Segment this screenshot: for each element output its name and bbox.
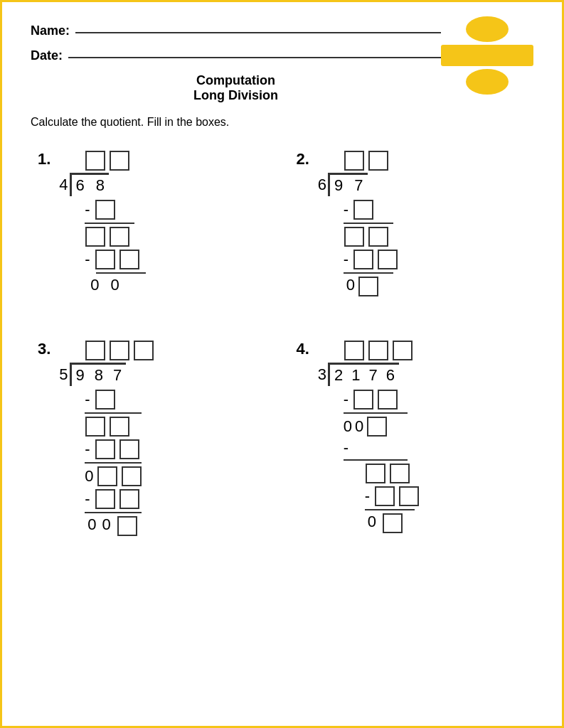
- zero1: 0: [90, 276, 99, 294]
- date-label: Date:: [31, 48, 63, 63]
- zero2: 0: [111, 276, 119, 294]
- p4-bd-b1[interactable]: [367, 417, 387, 437]
- q1-box1[interactable]: [85, 151, 105, 171]
- p4-s1-b1[interactable]: [353, 390, 373, 410]
- prob-4-dividend: 2 1 7 6: [328, 363, 399, 386]
- p3-final-b1[interactable]: [117, 516, 137, 536]
- p2-s1-box1[interactable]: [353, 200, 373, 220]
- prob-4-divisor: 3: [318, 365, 326, 384]
- q4-box3[interactable]: [393, 341, 413, 360]
- prob-1-steps: - -: [85, 199, 146, 294]
- name-underline: [75, 32, 441, 33]
- problem-3: 3. 5 9 8 7: [31, 333, 275, 544]
- date-line: Date:: [31, 48, 441, 63]
- worksheet-page: Name: Date: Computation Long Division Ca…: [0, 0, 564, 728]
- problems-grid: 1. 4 6 8: [31, 143, 533, 544]
- title-block: Computation Long Division: [31, 73, 441, 103]
- r1-box1[interactable]: [85, 227, 105, 247]
- p2-zero: 0: [346, 276, 355, 297]
- p3-s1-b1[interactable]: [95, 390, 115, 410]
- s1-box1[interactable]: [95, 200, 115, 220]
- header-row: Name: Date: Computation Long Division: [31, 23, 533, 103]
- q3-box1[interactable]: [85, 341, 105, 360]
- prob-4-steps: - 0 0 -: [344, 389, 420, 534]
- div-circle-top: [466, 16, 509, 42]
- p3-bd-b2[interactable]: [122, 466, 142, 486]
- prob-2-work: 6 9 7 -: [318, 150, 398, 297]
- q4-box1[interactable]: [344, 341, 364, 360]
- p2-r1-box1[interactable]: [344, 227, 364, 247]
- p4-r2-b1[interactable]: [366, 464, 385, 483]
- s2-box2[interactable]: [119, 250, 139, 269]
- problem-4: 4. 3 2 1 7 6: [289, 333, 534, 544]
- instructions: Calculate the quotient. Fill in the boxe…: [31, 116, 533, 129]
- prob-1-dividend: 6 8: [70, 173, 110, 196]
- prob-2-divisor: 6: [318, 176, 326, 194]
- p2-s2-box2[interactable]: [378, 250, 398, 269]
- div-circle-bottom: [466, 69, 509, 95]
- problem-1: 1. 4 6 8: [31, 143, 275, 304]
- prob-3-dividend: 9 8 7: [70, 363, 127, 386]
- p4-s1-b2[interactable]: [378, 390, 398, 410]
- p3-s2-b2[interactable]: [119, 439, 139, 459]
- name-line: Name:: [31, 23, 441, 38]
- prob-1-work: 4 6 8 -: [59, 150, 146, 294]
- q3-box2[interactable]: [110, 341, 129, 360]
- q4-box2[interactable]: [368, 341, 388, 360]
- s2-box1[interactable]: [95, 250, 115, 269]
- p3-r1-b2[interactable]: [110, 417, 129, 437]
- q2-box2[interactable]: [368, 151, 388, 171]
- r1-box2[interactable]: [110, 227, 129, 247]
- q3-box3[interactable]: [134, 341, 154, 360]
- prob-2-dividend: 9 7: [328, 173, 368, 196]
- p3-r1-b1[interactable]: [85, 417, 105, 437]
- header-left: Name: Date: Computation Long Division: [31, 23, 441, 103]
- p4-final-b1[interactable]: [383, 513, 403, 533]
- p3-s3-b1[interactable]: [95, 489, 115, 509]
- q2-box1[interactable]: [344, 151, 364, 171]
- q1-box2[interactable]: [110, 151, 129, 171]
- p2-s2-box1[interactable]: [353, 250, 373, 269]
- p3-s2-b1[interactable]: [95, 439, 115, 459]
- prob-1-divisor: 4: [59, 176, 68, 194]
- prob-4-number: 4.: [297, 340, 309, 358]
- p4-r2-b2[interactable]: [390, 464, 410, 483]
- page-title: Computation: [31, 73, 441, 88]
- prob-2-number: 2.: [297, 150, 309, 168]
- p4-s3-b2[interactable]: [399, 486, 419, 506]
- p2-last-box[interactable]: [358, 277, 378, 296]
- p3-s3-b2[interactable]: [119, 489, 139, 509]
- date-underline: [68, 57, 441, 58]
- page-subtitle: Long Division: [31, 88, 441, 103]
- p2-r1-box2[interactable]: [368, 227, 388, 247]
- division-decoration: [441, 16, 533, 95]
- div-bar: [441, 45, 533, 66]
- prob-1-number: 1.: [38, 150, 50, 168]
- prob-3-steps: - -: [85, 389, 154, 537]
- prob-4-work: 3 2 1 7 6 -: [318, 340, 420, 534]
- p3-bd-b1[interactable]: [97, 466, 117, 486]
- prob-3-divisor: 5: [59, 365, 68, 384]
- p4-s3-b1[interactable]: [375, 486, 395, 506]
- problem-2: 2. 6 9 7: [289, 143, 534, 304]
- prob-3-number: 3.: [38, 340, 50, 358]
- name-label: Name:: [31, 23, 70, 38]
- prob-2-steps: - -: [344, 199, 398, 297]
- prob-3-work: 5 9 8 7 -: [59, 340, 154, 537]
